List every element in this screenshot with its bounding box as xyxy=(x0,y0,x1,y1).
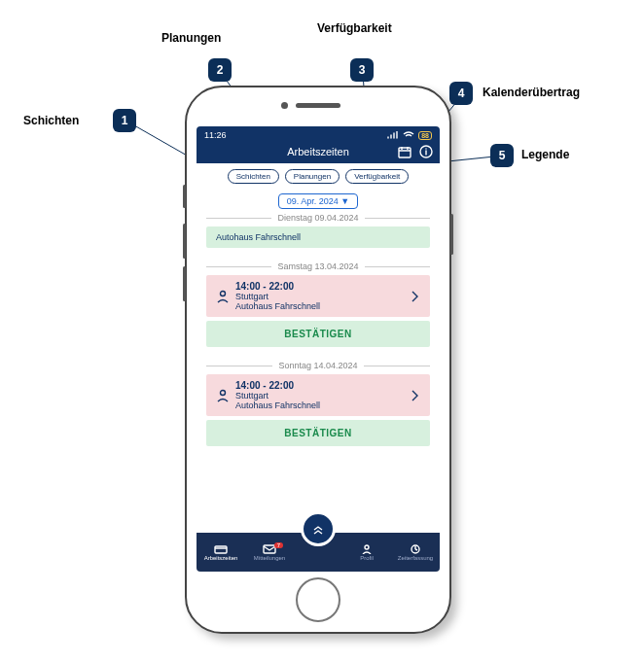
tab-verfuegbarkeit[interactable]: Verfügbarkeit xyxy=(345,169,409,184)
callout-label-5: Legende xyxy=(521,148,569,161)
nav-mitteilungen[interactable]: Mitteilungen xyxy=(245,544,294,561)
callout-label-2: Planungen xyxy=(161,31,221,45)
header-title: Arbeitszeiten xyxy=(287,146,349,157)
callout-badge-5: 5 xyxy=(490,144,514,167)
callout-label-3: Verfügbarkeit xyxy=(317,21,392,35)
phone-frame: 11:26 88 Arbeitszeiten xyxy=(185,86,451,634)
callout-label-4: Kalenderübertrag xyxy=(483,86,580,99)
wifi-icon xyxy=(403,131,414,139)
callout-label-1: Schichten xyxy=(23,114,79,127)
callout-badge-4: 4 xyxy=(449,82,473,105)
screen: 11:26 88 Arbeitszeiten xyxy=(197,126,440,572)
tab-bar: Schichten Planungen Verfügbarkeit xyxy=(197,163,440,188)
shift-company: Autohaus Fahrschnell xyxy=(235,301,405,311)
nav-label: Profil xyxy=(360,555,374,561)
nav-label: Arbeitszeiten xyxy=(204,555,238,561)
app-header: Arbeitszeiten xyxy=(197,144,440,163)
shift-card[interactable]: 14:00 - 22:00 Stuttgart Autohaus Fahrsch… xyxy=(206,275,430,317)
nav-label: Mitteilungen xyxy=(254,555,285,561)
info-icon[interactable] xyxy=(418,144,434,159)
callout-badge-2: 2 xyxy=(208,58,232,82)
fab-expand-button[interactable] xyxy=(301,511,336,546)
shift-time: 14:00 - 22:00 xyxy=(235,380,405,391)
svg-point-11 xyxy=(365,545,369,549)
shift-time: 14:00 - 22:00 xyxy=(235,281,405,292)
svg-rect-10 xyxy=(264,545,275,553)
status-time: 11:26 xyxy=(204,130,227,140)
day-header: Samstag 13.04.2024 xyxy=(206,261,430,271)
signal-icon xyxy=(387,131,399,139)
svg-rect-5 xyxy=(399,148,411,157)
shift-company: Autohaus Fahrschnell xyxy=(235,401,405,410)
calendar-transfer-icon[interactable] xyxy=(397,144,412,159)
day-header: Sonntag 14.04.2024 xyxy=(206,361,430,370)
confirm-button[interactable]: BESTÄTIGEN xyxy=(206,420,430,446)
day-entry-bar[interactable]: Autohaus Fahrschnell xyxy=(206,226,430,248)
shift-card[interactable]: 14:00 - 22:00 Stuttgart Autohaus Fahrsch… xyxy=(206,374,430,416)
person-icon xyxy=(216,389,230,402)
nav-zeiterfassung[interactable]: Zeiterfassung xyxy=(391,544,440,561)
day-header: Dienstag 09.04.2024 xyxy=(206,213,430,223)
battery-indicator: 88 xyxy=(418,131,432,140)
confirm-button[interactable]: BESTÄTIGEN xyxy=(206,321,430,347)
status-bar: 11:26 88 xyxy=(197,126,440,144)
date-picker-button[interactable]: 09. Apr. 2024 ▼ xyxy=(278,193,358,209)
shift-city: Stuttgart xyxy=(235,292,405,301)
callout-badge-1: 1 xyxy=(113,109,136,132)
person-icon xyxy=(216,290,230,303)
chevron-right-icon xyxy=(411,389,420,402)
chevron-right-icon xyxy=(411,290,420,303)
callout-badge-3: 3 xyxy=(350,58,374,82)
tab-planungen[interactable]: Planungen xyxy=(285,169,340,184)
nav-profil[interactable]: Profil xyxy=(342,544,391,561)
tab-schichten[interactable]: Schichten xyxy=(228,169,279,184)
shift-city: Stuttgart xyxy=(235,391,405,401)
nav-label: Zeiterfassung xyxy=(398,555,433,561)
home-button[interactable] xyxy=(296,577,340,622)
svg-point-7 xyxy=(221,291,226,296)
svg-rect-9 xyxy=(215,546,227,553)
chevrons-up-icon xyxy=(311,522,325,536)
svg-point-8 xyxy=(221,390,226,395)
nav-arbeitszeiten[interactable]: Arbeitszeiten xyxy=(197,544,245,561)
